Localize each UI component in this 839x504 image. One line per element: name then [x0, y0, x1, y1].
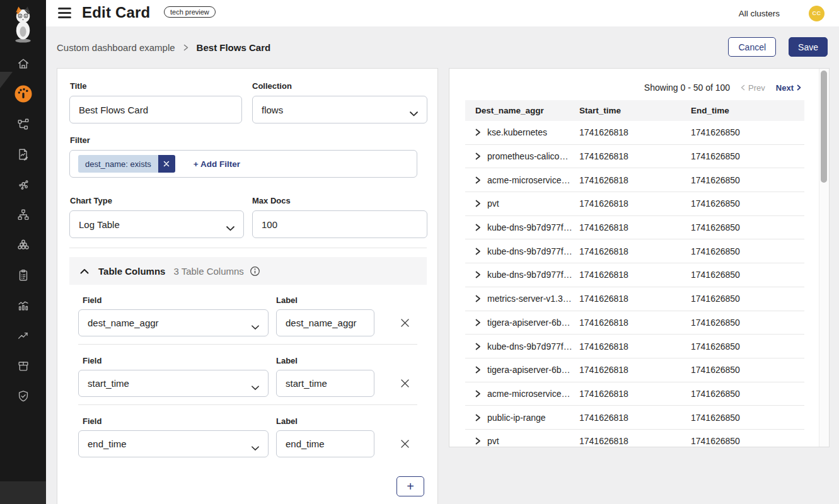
expand-row-icon[interactable] [475, 248, 481, 255]
field-select[interactable]: start_time [78, 370, 269, 397]
expand-row-icon[interactable] [475, 343, 481, 350]
expand-row-icon[interactable] [475, 390, 481, 398]
table-columns-section-header[interactable]: Table Columns 3 Table Columns [69, 257, 427, 285]
sidebar-item-home[interactable] [0, 49, 46, 79]
sidebar-item-shield-check[interactable] [0, 381, 46, 411]
cell-dest-name-aggr: kse.kubernetes [487, 127, 547, 137]
breadcrumb-parent-link[interactable]: Custom dashboard example [57, 42, 175, 53]
compliance-icon [16, 268, 30, 282]
cell-dest-name-aggr: kube-dns-9b7d977f… [487, 341, 572, 352]
cell-dest-name-aggr: pvt [487, 436, 499, 446]
cell-end-time: 1741626850 [691, 127, 804, 137]
expand-row-button[interactable] [475, 295, 481, 302]
table-row: pvt17416268181741626850 [465, 192, 804, 216]
info-icon[interactable] [250, 266, 260, 277]
expand-row-button[interactable] [475, 437, 481, 445]
collection-select[interactable]: flows [252, 96, 427, 123]
title-input[interactable] [69, 96, 242, 123]
remove-filter-icon[interactable] [158, 155, 175, 173]
expand-row-button[interactable] [475, 200, 481, 207]
next-page-button[interactable]: Next [776, 83, 801, 93]
expand-row-icon[interactable] [475, 295, 481, 302]
cell-dest-name-aggr: kube-dns-9b7d977f… [487, 222, 572, 232]
add-filter-link[interactable]: + Add Filter [194, 159, 240, 169]
expand-row-icon[interactable] [475, 200, 481, 207]
max-docs-input[interactable] [252, 210, 427, 238]
expand-row-button[interactable] [475, 176, 481, 184]
label-input[interactable] [276, 430, 374, 457]
chevron-down-icon [252, 382, 259, 392]
expand-row-button[interactable] [475, 366, 481, 374]
table-row: acme-microservice…17416268181741626850 [465, 382, 804, 406]
cell-start-time: 1741626818 [579, 436, 691, 446]
sidebar-item-trend[interactable] [0, 321, 46, 351]
hamburger-menu-icon[interactable] [58, 8, 71, 18]
remove-column-button[interactable] [395, 434, 414, 453]
table-row: kse.kubernetes17416268181741626850 [465, 121, 804, 145]
divider [69, 248, 427, 248]
scrollbar-track[interactable] [819, 69, 829, 447]
sidebar-item-tree-view[interactable] [0, 200, 46, 230]
service-graph-icon [16, 178, 30, 192]
preview-table-header: Dest_name_aggr Start_time End_time [465, 100, 804, 121]
cell-end-time: 1741626850 [691, 175, 804, 185]
cell-start-time: 1741626818 [579, 294, 691, 304]
table-row: metrics-server-v1.3…17416268181741626850 [465, 287, 804, 311]
expand-row-icon[interactable] [475, 152, 481, 160]
remove-column-button[interactable] [395, 374, 414, 392]
sidebar-footer[interactable] [0, 481, 46, 504]
shield-check-icon [16, 389, 30, 403]
chart-type-select[interactable]: Log Table [69, 210, 244, 238]
sidebar-item-packages[interactable] [0, 351, 46, 381]
save-button[interactable]: Save [789, 37, 828, 57]
sidebar-item-dashboard[interactable] [0, 79, 46, 109]
expand-row-icon[interactable] [475, 224, 481, 231]
cell-start-time: 1741626818 [579, 270, 691, 280]
home-icon [16, 57, 30, 71]
remove-column-button[interactable] [395, 313, 414, 332]
avatar[interactable]: CC [809, 6, 825, 21]
cell-dest-name-aggr: tigera-apiserver-6b… [487, 365, 570, 375]
column-header-start-time: Start_time [579, 106, 691, 115]
sidebar [0, 0, 46, 504]
table-row: tigera-apiserver-6b…17416268181741626850 [465, 358, 804, 382]
expand-row-icon[interactable] [475, 414, 481, 421]
add-column-button[interactable]: + [396, 476, 424, 496]
expand-row-icon[interactable] [475, 366, 481, 374]
cell-end-time: 1741626850 [691, 270, 804, 280]
sidebar-item-topology[interactable] [0, 109, 46, 139]
dashboard-icon [14, 84, 33, 103]
expand-row-button[interactable] [475, 319, 481, 326]
expand-row-button[interactable] [475, 271, 481, 278]
sidebar-item-log-chart[interactable] [0, 290, 46, 321]
chevron-down-icon [226, 222, 234, 233]
field-select[interactable]: end_time [78, 430, 269, 457]
expand-row-icon[interactable] [475, 437, 481, 445]
expand-row-button[interactable] [475, 129, 481, 136]
cancel-button[interactable]: Cancel [728, 37, 776, 57]
expand-row-button[interactable] [475, 414, 481, 421]
expand-row-button[interactable] [475, 152, 481, 160]
sidebar-item-workloads[interactable] [0, 230, 46, 260]
expand-row-button[interactable] [475, 343, 481, 350]
cell-start-time: 1741626818 [579, 151, 691, 161]
title-label: Title [70, 81, 87, 91]
cell-start-time: 1741626818 [579, 341, 691, 352]
label-input[interactable] [276, 309, 374, 336]
sidebar-item-compliance[interactable] [0, 260, 46, 290]
expand-row-icon[interactable] [475, 319, 481, 326]
scrollbar-thumb[interactable] [821, 71, 827, 183]
expand-row-button[interactable] [475, 248, 481, 255]
sidebar-item-reports[interactable] [0, 139, 46, 169]
expand-row-button[interactable] [475, 390, 481, 398]
expand-row-icon[interactable] [475, 271, 481, 278]
label-input[interactable] [276, 370, 374, 397]
expand-row-icon[interactable] [475, 129, 481, 136]
expand-row-icon[interactable] [475, 176, 481, 184]
prev-page-button[interactable]: Prev [741, 83, 765, 93]
calico-cat-logo [8, 4, 38, 43]
cluster-selector[interactable]: All clusters [739, 9, 780, 18]
field-select[interactable]: dest_name_aggr [78, 309, 269, 336]
expand-row-button[interactable] [475, 224, 481, 231]
sidebar-item-service-graph[interactable] [0, 169, 46, 200]
